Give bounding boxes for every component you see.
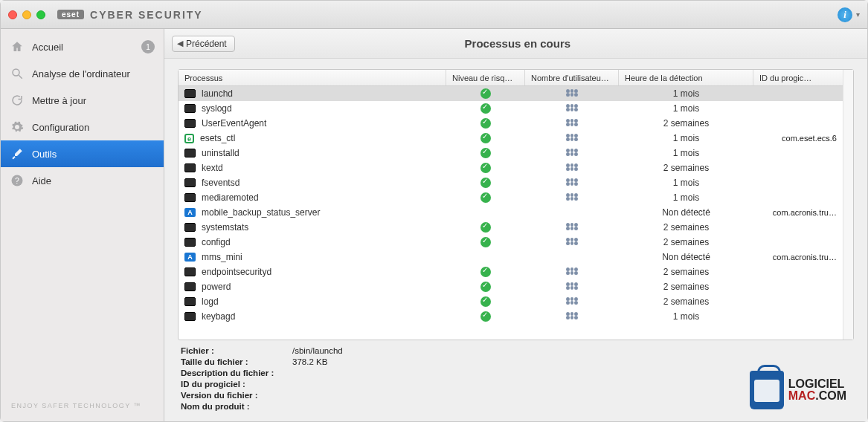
check-icon [480,311,491,322]
check-icon [480,237,491,247]
process-name: UserEventAgent [202,118,266,129]
table-row[interactable]: kextd2 semaines [179,160,843,175]
users-icon [566,238,578,247]
terminal-icon [184,267,196,276]
users-icon [566,223,578,232]
detection-time: 1 mois [619,133,753,143]
table-row[interactable]: launchd1 mois [179,86,843,101]
table-row[interactable]: keybagd1 mois [179,309,843,324]
search-icon [10,66,25,81]
table-row[interactable]: eesets_ctl1 moiscom.eset.ecs.6 [179,131,843,146]
col-time[interactable]: Heure de la détection [619,70,753,85]
process-name: keybagd [202,311,235,322]
main-panel: ◀ Précédent Processus en cours Processus… [164,29,867,421]
detection-time: 2 semaines [619,163,753,173]
detection-time: 2 semaines [619,118,753,129]
table-row[interactable]: configd2 semaines [179,235,843,250]
table-row[interactable]: uninstalld1 mois [179,146,843,160]
sidebar: Accueil1Analyse de l'ordinateurMettre à … [1,29,164,421]
sidebar-item-label: Configuration [32,122,89,133]
refresh-icon [10,93,25,108]
sidebar-item-search[interactable]: Analyse de l'ordinateur [1,60,164,87]
table-row[interactable]: powerd2 semaines [179,279,843,294]
table-row[interactable]: syslogd1 mois [179,101,843,116]
col-users[interactable]: Nombre d'utilisateu… [525,70,619,85]
users-icon [566,178,578,187]
table-row[interactable]: systemstats2 semaines [179,220,843,235]
sidebar-item-help[interactable]: ?Aide [1,167,164,194]
back-button-label: Précédent [186,39,227,49]
users-icon [566,119,578,128]
svg-text:?: ? [15,176,19,185]
process-name: esets_ctl [200,133,235,143]
info-icon[interactable]: i [838,7,852,22]
check-icon [480,267,491,277]
sidebar-item-tools[interactable]: Outils [1,140,164,167]
col-id[interactable]: ID du progic… [753,70,843,85]
detail-label-prod: Nom du produit : [181,402,292,411]
watermark-line1: LOGICIEL [788,378,846,390]
process-name: uninstalld [202,148,239,158]
table-body[interactable]: launchd1 moissyslogd1 moisUserEventAgent… [179,86,843,340]
table-row[interactable]: endpointsecurityd2 semaines [179,264,843,279]
detection-time: 1 mois [619,88,753,99]
check-icon [480,163,491,173]
gear-icon [10,120,25,134]
process-name: systemstats [202,222,248,233]
table-row[interactable]: fseventsd1 mois [179,175,843,190]
sidebar-item-home[interactable]: Accueil1 [1,33,164,60]
table-row[interactable]: Amms_miniNon détectécom.acronis.tru… [179,250,843,264]
acronis-icon: A [184,208,196,217]
users-icon [566,89,578,98]
detection-time: 1 mois [619,148,753,158]
col-process[interactable]: Processus [179,70,446,85]
table-header: Processus Niveau de risq… Nombre d'utili… [179,70,843,86]
check-icon [480,192,491,203]
details-panel: Fichier : /sbin/launchd Taille du fichie… [178,340,854,414]
terminal-icon [184,104,196,113]
detection-time: 1 mois [619,192,753,203]
check-icon [480,222,491,233]
check-icon [480,103,491,114]
terminal-icon [184,163,196,172]
users-icon [566,163,578,172]
minimize-button[interactable] [22,10,31,19]
detail-label-ver: Version du fichier : [181,391,292,400]
check-icon [480,118,491,129]
terminal-icon [184,297,196,306]
check-icon [480,178,491,188]
sidebar-item-refresh[interactable]: Mettre à jour [1,87,164,114]
back-button[interactable]: ◀ Précédent [172,36,235,52]
bundle-id: com.acronis.tru… [753,253,843,262]
watermark-line2b: .COM [815,389,846,402]
eset-icon: e [184,134,194,143]
terminal-icon [184,193,196,202]
col-risk[interactable]: Niveau de risq… [446,70,525,85]
sidebar-item-label: Aide [32,175,51,186]
process-name: kextd [202,163,223,173]
app-window: eset CYBER SECURITY i ▾ Accueil1Analyse … [0,0,868,422]
bundle-id: com.eset.ecs.6 [753,134,843,143]
titlebar: eset CYBER SECURITY i ▾ [1,1,867,29]
check-icon [480,133,491,143]
table-row[interactable]: mediaremoted1 mois [179,190,843,205]
close-button[interactable] [8,10,17,19]
detection-time: 2 semaines [619,267,753,277]
detail-value-ver [292,391,343,400]
table-row[interactable]: Amobile_backup_status_serverNon détectéc… [179,205,843,220]
detail-label-desc: Description du fichier : [181,369,292,377]
svg-point-0 [13,69,19,76]
chevron-left-icon: ◀ [177,39,183,48]
process-name: fseventsd [202,178,239,188]
chevron-down-icon[interactable]: ▾ [856,10,860,19]
bundle-id: com.acronis.tru… [753,208,843,217]
scrollbar[interactable] [843,70,853,340]
zoom-button[interactable] [36,10,45,19]
table-row[interactable]: UserEventAgent2 semaines [179,116,843,131]
table-row[interactable]: logd2 semaines [179,294,843,309]
sidebar-item-gear[interactable]: Configuration [1,114,164,140]
help-icon: ? [10,173,25,188]
page-title: Processus en cours [235,37,800,50]
users-icon [566,297,578,306]
users-icon [566,149,578,158]
